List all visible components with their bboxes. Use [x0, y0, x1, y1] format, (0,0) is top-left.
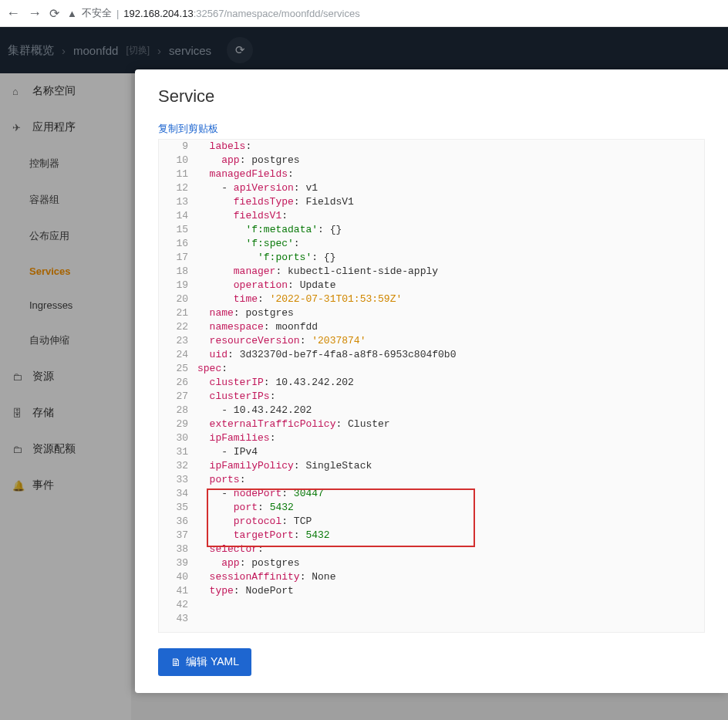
line-number: 22	[159, 320, 197, 334]
line-number: 35	[159, 501, 197, 515]
yaml-viewer[interactable]: 9 labels:10 app: postgres11 managedField…	[158, 139, 705, 633]
code-line: 40 sessionAffinity: None	[159, 570, 704, 584]
code-line: 33 ports:	[159, 473, 704, 487]
url-port: :32567	[194, 8, 224, 19]
line-number: 34	[159, 487, 197, 501]
code-line: 39 app: postgres	[159, 556, 704, 570]
address-bar[interactable]: ▲ 不安全 | 192.168.204.13:32567/namespace/m…	[67, 6, 722, 20]
insecure-label: 不安全	[82, 6, 112, 20]
line-number: 13	[159, 195, 197, 209]
code-text: resourceVersion: '2037874'	[197, 334, 366, 348]
line-number: 12	[159, 181, 197, 195]
code-text: externalTrafficPolicy: Cluster	[197, 417, 390, 431]
code-line: 42	[159, 598, 704, 612]
code-line: 12 - apiVersion: v1	[159, 181, 704, 195]
code-text: sessionAffinity: None	[197, 570, 335, 584]
code-line: 11 managedFields:	[159, 167, 704, 181]
line-number: 23	[159, 334, 197, 348]
code-text: clusterIPs:	[197, 390, 275, 404]
code-line: 17 'f:ports': {}	[159, 251, 704, 265]
code-line: 41 type: NodePort	[159, 584, 704, 598]
line-number: 42	[159, 598, 197, 612]
code-line: 18 manager: kubectl-client-side-apply	[159, 265, 704, 279]
code-line: 23 resourceVersion: '2037874'	[159, 334, 704, 348]
line-number: 40	[159, 570, 197, 584]
code-line: 43	[159, 612, 704, 626]
code-text: - 10.43.242.202	[197, 404, 312, 417]
code-line: 16 'f:spec':	[159, 237, 704, 251]
code-line: 29 externalTrafficPolicy: Cluster	[159, 417, 704, 431]
forward-icon[interactable]: →	[28, 5, 42, 22]
code-text: operation: Update	[197, 279, 335, 292]
line-number: 26	[159, 376, 197, 390]
code-text: managedFields:	[197, 167, 294, 181]
line-number: 19	[159, 279, 197, 292]
addr-separator: |	[116, 8, 119, 19]
line-number: 25	[159, 362, 197, 376]
url-path: /namespace/moonfdd/services	[224, 8, 359, 19]
warning-icon: ▲	[67, 8, 77, 19]
back-icon[interactable]: ←	[6, 5, 20, 22]
browser-bar: ← → ⟳ ▲ 不安全 | 192.168.204.13:32567/names…	[0, 0, 728, 27]
line-number: 38	[159, 543, 197, 556]
line-number: 11	[159, 167, 197, 181]
code-text: port: 5432	[197, 501, 294, 515]
line-number: 30	[159, 431, 197, 445]
edit-yaml-button[interactable]: 🗎 编辑 YAML	[158, 648, 251, 676]
refresh-icon[interactable]: ⟳	[49, 6, 59, 21]
line-number: 43	[159, 612, 197, 626]
code-text: manager: kubectl-client-side-apply	[197, 265, 438, 279]
code-text: targetPort: 5432	[197, 529, 330, 543]
line-number: 16	[159, 237, 197, 251]
code-text: uid: 3d32370d-be7f-4fa8-a8f8-6953c804f0b…	[197, 348, 456, 362]
code-text: protocol: TCP	[197, 515, 312, 529]
code-line: 20 time: '2022-07-31T01:53:59Z'	[159, 292, 704, 306]
line-number: 33	[159, 473, 197, 487]
code-text: 'f:ports': {}	[197, 251, 335, 265]
code-line: 38 selector:	[159, 543, 704, 556]
line-number: 28	[159, 404, 197, 417]
code-line: 24 uid: 3d32370d-be7f-4fa8-a8f8-6953c804…	[159, 348, 704, 362]
code-text: - nodePort: 30447	[197, 487, 324, 501]
code-text: clusterIP: 10.43.242.202	[197, 376, 354, 390]
code-line: 36 protocol: TCP	[159, 515, 704, 529]
code-line: 22 namespace: moonfdd	[159, 320, 704, 334]
line-number: 39	[159, 556, 197, 570]
code-text: ipFamilyPolicy: SingleStack	[197, 459, 372, 473]
code-text: app: postgres	[197, 556, 300, 570]
service-modal: Service 复制到剪贴板 9 labels:10 app: postgres…	[135, 69, 728, 693]
code-text: labels:	[197, 140, 251, 154]
file-icon: 🗎	[170, 656, 181, 668]
code-text: fieldsType: FieldsV1	[197, 195, 354, 209]
code-line: 13 fieldsType: FieldsV1	[159, 195, 704, 209]
code-line: 14 fieldsV1:	[159, 209, 704, 223]
code-text: ports:	[197, 473, 245, 487]
line-number: 9	[159, 140, 197, 154]
url-host: 192.168.204.13	[123, 8, 193, 19]
code-line: 30 ipFamilies:	[159, 431, 704, 445]
line-number: 32	[159, 459, 197, 473]
line-number: 15	[159, 223, 197, 237]
code-text: app: postgres	[197, 154, 300, 167]
line-number: 37	[159, 529, 197, 543]
code-line: 15 'f:metadata': {}	[159, 223, 704, 237]
code-line: 21 name: postgres	[159, 306, 704, 320]
code-text: - apiVersion: v1	[197, 181, 318, 195]
code-text: namespace: moonfdd	[197, 320, 318, 334]
code-line: 19 operation: Update	[159, 279, 704, 292]
code-text: time: '2022-07-31T01:53:59Z'	[197, 292, 402, 306]
code-text: name: postgres	[197, 306, 294, 320]
line-number: 41	[159, 584, 197, 598]
code-text: fieldsV1:	[197, 209, 288, 223]
line-number: 18	[159, 265, 197, 279]
code-line: 25spec:	[159, 362, 704, 376]
code-line: 10 app: postgres	[159, 154, 704, 167]
line-number: 36	[159, 515, 197, 529]
code-line: 37 targetPort: 5432	[159, 529, 704, 543]
code-text: 'f:spec':	[197, 237, 300, 251]
line-number: 17	[159, 251, 197, 265]
line-number: 20	[159, 292, 197, 306]
line-number: 27	[159, 390, 197, 404]
copy-link[interactable]: 复制到剪贴板	[158, 122, 705, 136]
line-number: 29	[159, 417, 197, 431]
